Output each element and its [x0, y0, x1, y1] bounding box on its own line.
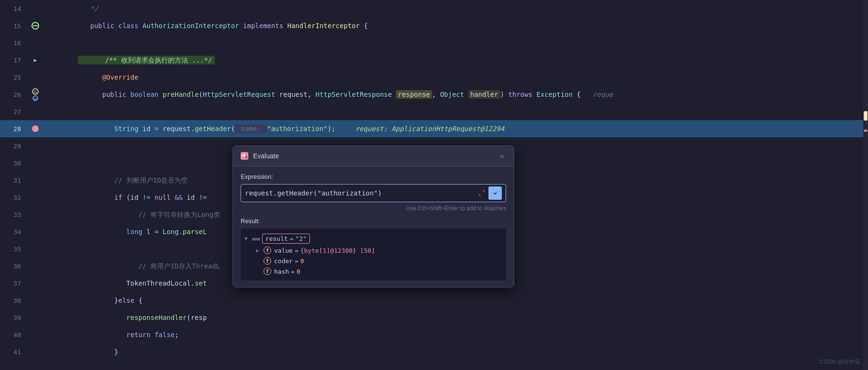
paren4: ) — [328, 125, 331, 133]
result-eq-coder: = — [295, 257, 298, 265]
param-name-hint: name: — [235, 124, 267, 133]
op-assign2: = — [155, 228, 163, 236]
gutter-28 — [29, 125, 42, 132]
gutter-26: G @ — [29, 88, 42, 101]
result-row-hash[interactable]: ▶ f hash = 0 — [241, 266, 506, 277]
editor-container: 14 */ 15 public class AuthorizationInter… — [0, 0, 868, 370]
paren3: ( — [231, 125, 235, 133]
result-eq-hash: = — [291, 268, 295, 275]
line-number-31: 31 — [0, 177, 29, 184]
result-key-hash: hash — [274, 268, 289, 275]
expand-expression-button[interactable] — [475, 186, 488, 200]
var-response: response — [396, 90, 432, 99]
result-row-coder[interactable]: ▶ f coder = 0 — [241, 256, 506, 266]
svg-text:G: G — [33, 90, 37, 94]
result-eq-root: = — [290, 235, 294, 242]
dialog-titlebar: Evaluate × — [233, 146, 514, 166]
dot1: . — [191, 125, 194, 133]
field-icon-coder: f — [264, 257, 271, 265]
evaluate-dialog-icon — [240, 151, 249, 161]
breakpoint-marker — [864, 130, 868, 132]
var-l: l — [147, 228, 155, 236]
watermark-text: CSDN @何中应 — [819, 358, 860, 366]
throws-keyword: throws — [508, 91, 537, 98]
expression-input-field[interactable] — [245, 189, 475, 197]
inline-debug-value: request: ApplicationHttpRequest@12294 — [339, 125, 505, 133]
gutter-17: ▶ — [29, 57, 42, 63]
evaluate-dropdown-button[interactable] — [488, 186, 502, 200]
line-number-40: 40 — [0, 331, 29, 339]
line-number-29: 29 — [0, 143, 29, 150]
keyword-implements: implements — [243, 22, 287, 30]
line-number-39: 39 — [0, 314, 29, 321]
class-name: AuthorizationInterceptor — [142, 22, 243, 30]
line-number-37: 37 — [0, 280, 29, 287]
evaluate-dialog: Evaluate × Expression: Use Ctrl+Shift+En… — [233, 145, 514, 288]
var-handler: handler — [468, 90, 500, 99]
assign-op: = — [155, 125, 163, 133]
line-number-28: 28 — [0, 125, 29, 133]
code-line-15: 15 public class AuthorizationInterceptor… — [0, 17, 868, 34]
type-object: Object — [440, 91, 468, 98]
line-number-36: 36 — [0, 263, 29, 270]
open-brace: { — [364, 22, 368, 30]
brace-close2: } — [78, 348, 118, 356]
result-key-root: result — [265, 235, 288, 242]
svg-text:@: @ — [33, 96, 37, 101]
ghost-reque: reque — [581, 91, 613, 98]
result-main-box: result = "2" — [262, 234, 310, 244]
string-auth: "authorization" — [267, 125, 327, 133]
line-number-30: 30 — [0, 160, 29, 167]
semi1: ; — [331, 125, 335, 133]
method-getheader: getHeader — [195, 125, 231, 133]
paren-open: ( — [199, 91, 202, 98]
line-number-34: 34 — [0, 228, 29, 236]
scroll-thumb[interactable] — [864, 111, 868, 121]
result-eq-value: = — [295, 247, 298, 254]
line-number-32: 32 — [0, 194, 29, 201]
line-number-33: 33 — [0, 211, 29, 218]
breakpoint-icon — [32, 125, 39, 132]
scrollbar-track[interactable] — [863, 0, 868, 370]
expression-label: Expression: — [241, 173, 506, 180]
keyword-long: long — [78, 228, 146, 236]
result-row-root[interactable]: ▼ ∞∞ result = "2" — [241, 232, 506, 245]
evaluate-hint: Use Ctrl+Shift+Enter to add to Watches — [241, 205, 506, 212]
paren-close: ) — [500, 91, 508, 98]
collapse-icon[interactable]: ▶ — [33, 57, 37, 63]
result-val-value: {byte[1]@12300} [50] — [300, 247, 375, 254]
method-parsel: parseL — [183, 228, 207, 236]
result-val-coder: 0 — [300, 257, 304, 265]
expand-arrow-value: ▶ — [256, 247, 262, 254]
field-icon-value: f — [264, 247, 271, 254]
dot2: . — [179, 228, 182, 236]
dialog-close-button[interactable]: × — [497, 151, 507, 161]
line-number-15: 15 — [0, 22, 29, 30]
request-obj: request — [162, 125, 191, 133]
line-number-38: 38 — [0, 297, 29, 304]
line-number-14: 14 — [0, 5, 29, 12]
expression-input-container[interactable] — [241, 184, 506, 202]
type-httprequest: HttpServletRequest — [203, 91, 279, 98]
comma1: , — [307, 91, 316, 98]
result-label: Result: — [241, 217, 506, 225]
var-request: request — [279, 91, 307, 98]
interface-name: HandlerInterceptor — [287, 22, 364, 30]
no-entry-icon — [32, 22, 39, 30]
line-number-17: 17 — [0, 57, 29, 64]
result-val-hash: 0 — [296, 268, 300, 275]
line-content-41: } — [42, 326, 868, 370]
code-line-26: 26 G @ public boolean preHandle(HttpServ… — [0, 86, 868, 103]
dialog-body: Expression: Use Ctrl+Shift+Enter to add … — [233, 166, 514, 287]
line-number-26: 26 — [0, 91, 29, 98]
result-row-value[interactable]: ▶ f value = {byte[1]@12300} [50] — [241, 245, 506, 256]
result-val-root: "2" — [296, 235, 307, 242]
line-number-16: 16 — [0, 40, 29, 47]
method-prehandle: preHandle — [162, 91, 199, 98]
code-line-41: 41 } — [0, 343, 868, 360]
keyword-public2: public — [78, 91, 130, 98]
infinity-icon-root: ∞∞ — [252, 235, 260, 243]
gutter-15 — [29, 22, 42, 30]
class-long: Long — [162, 228, 179, 236]
debug-multi-icon: G @ — [32, 88, 39, 101]
